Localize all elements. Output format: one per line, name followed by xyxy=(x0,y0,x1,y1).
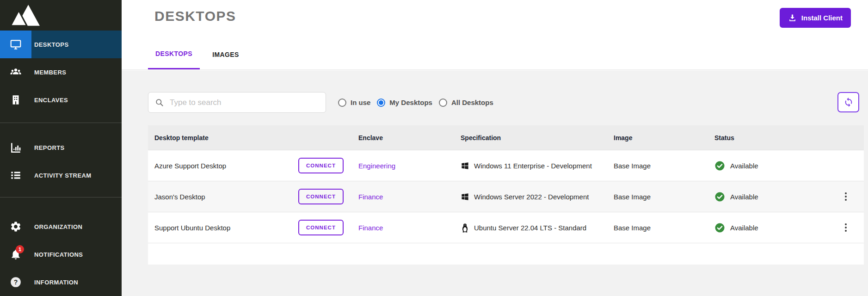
linux-tux-icon xyxy=(461,223,469,233)
sidebar-item-enclaves[interactable]: ENCLAVES xyxy=(0,86,122,114)
app-window: DESKTOPS MEMBERS ENCLAVES REPORTS xyxy=(0,0,868,296)
sidebar-item-label: NOTIFICATIONS xyxy=(31,251,83,258)
tab-bar: DESKTOPS IMAGES xyxy=(122,39,868,70)
sidebar-item-desktops[interactable]: DESKTOPS xyxy=(0,31,122,58)
sidebar-item-label: ENCLAVES xyxy=(31,97,68,104)
col-header-enclave: Enclave xyxy=(358,134,461,142)
col-header-status: Status xyxy=(714,134,828,142)
sidebar: DESKTOPS MEMBERS ENCLAVES REPORTS xyxy=(0,0,122,296)
sidebar-item-notifications[interactable]: 1 NOTIFICATIONS xyxy=(0,240,122,268)
enclave-link[interactable]: Finance xyxy=(358,224,383,232)
radio-unselected-icon xyxy=(338,99,346,107)
filter-in-use[interactable]: In use xyxy=(338,99,370,107)
svg-text:?: ? xyxy=(14,278,18,286)
sidebar-item-label: ORGANIZATION xyxy=(31,223,82,230)
filter-all-desktops[interactable]: All Desktops xyxy=(439,99,493,107)
image-type: Base Image xyxy=(614,193,714,201)
check-circle-icon xyxy=(714,191,725,202)
windows-icon xyxy=(461,192,469,201)
download-icon xyxy=(788,13,797,22)
table-row: Jason's Desktop CONNECT Finance Windows … xyxy=(148,181,864,212)
building-icon xyxy=(0,86,31,114)
search-box xyxy=(148,92,326,113)
windows-icon xyxy=(461,161,469,170)
content-area: In use My Desktops All Desktops Desktop … xyxy=(122,70,868,296)
connect-button[interactable]: CONNECT xyxy=(298,220,344,235)
status-badge: Available xyxy=(730,224,758,232)
sidebar-item-label: ACTIVITY STREAM xyxy=(31,172,92,179)
image-type: Base Image xyxy=(614,162,714,170)
table-row: Support Ubuntu Desktop CONNECT Finance U… xyxy=(148,212,864,243)
search-icon xyxy=(155,98,164,107)
col-header-desktop-template: Desktop template xyxy=(148,134,298,142)
bar-chart-icon xyxy=(0,134,31,161)
check-circle-icon xyxy=(714,160,725,171)
gear-icon xyxy=(0,213,31,240)
sidebar-item-activity-stream[interactable]: ACTIVITY STREAM xyxy=(0,161,122,189)
list-icon xyxy=(0,161,31,189)
search-input[interactable] xyxy=(170,98,319,107)
people-icon xyxy=(0,58,31,86)
app-logo[interactable] xyxy=(0,0,122,31)
radio-unselected-icon xyxy=(439,99,447,107)
specification-text: Windows 11 Enterprise - Development xyxy=(474,162,592,170)
table-row: Azure Support Desktop CONNECT Engineerin… xyxy=(148,150,864,181)
install-client-button[interactable]: Install Client xyxy=(780,8,851,28)
connect-button[interactable]: CONNECT xyxy=(298,158,344,173)
row-menu-kebab-icon[interactable] xyxy=(843,222,849,234)
desktop-icon xyxy=(0,31,31,58)
sidebar-item-label: DESKTOPS xyxy=(31,41,68,48)
col-header-specification: Specification xyxy=(461,134,614,142)
col-header-image: Image xyxy=(614,134,714,142)
table-footer xyxy=(148,243,864,265)
sidebar-item-reports[interactable]: REPORTS xyxy=(0,134,122,161)
refresh-icon xyxy=(843,97,854,107)
desktop-template-name: Azure Support Desktop xyxy=(148,162,298,170)
help-icon: ? xyxy=(0,268,31,296)
enclave-link[interactable]: Engineering xyxy=(358,162,395,170)
sidebar-item-information[interactable]: ? INFORMATION xyxy=(0,268,122,296)
install-client-label: Install Client xyxy=(801,14,843,22)
tab-desktops[interactable]: DESKTOPS xyxy=(148,39,200,69)
tab-images[interactable]: IMAGES xyxy=(200,39,252,69)
refresh-button[interactable] xyxy=(837,92,859,112)
status-badge: Available xyxy=(730,193,758,201)
filter-my-desktops[interactable]: My Desktops xyxy=(377,99,432,107)
image-type: Base Image xyxy=(614,224,714,232)
check-circle-icon xyxy=(714,222,725,233)
radio-selected-icon xyxy=(377,99,385,107)
status-badge: Available xyxy=(730,162,758,170)
filter-radio-group: In use My Desktops All Desktops xyxy=(338,92,493,113)
sidebar-item-label: MEMBERS xyxy=(31,69,66,76)
table-header-row: Desktop template Enclave Specification I… xyxy=(148,125,864,150)
notification-badge: 1 xyxy=(16,245,24,253)
enclave-link[interactable]: Finance xyxy=(358,193,383,201)
specification-text: Ubuntu Server 22.04 LTS - Standard xyxy=(474,224,586,232)
mountain-logo-icon xyxy=(11,5,40,26)
specification-text: Windows Server 2022 - Development xyxy=(474,193,589,201)
sidebar-item-organization[interactable]: ORGANIZATION xyxy=(0,213,122,240)
desktops-table: Desktop template Enclave Specification I… xyxy=(148,125,864,265)
sidebar-item-members[interactable]: MEMBERS xyxy=(0,58,122,86)
desktop-template-name: Support Ubuntu Desktop xyxy=(148,224,298,232)
row-menu-kebab-icon[interactable] xyxy=(843,191,849,203)
main-area: DESKTOPS Install Client DESKTOPS IMAGES … xyxy=(122,0,868,296)
desktop-template-name: Jason's Desktop xyxy=(148,193,298,201)
sidebar-item-label: REPORTS xyxy=(31,144,65,151)
sidebar-item-label: INFORMATION xyxy=(31,279,78,286)
connect-button[interactable]: CONNECT xyxy=(298,189,344,204)
bell-icon: 1 xyxy=(0,240,31,268)
page-title: DESKTOPS xyxy=(154,8,236,24)
